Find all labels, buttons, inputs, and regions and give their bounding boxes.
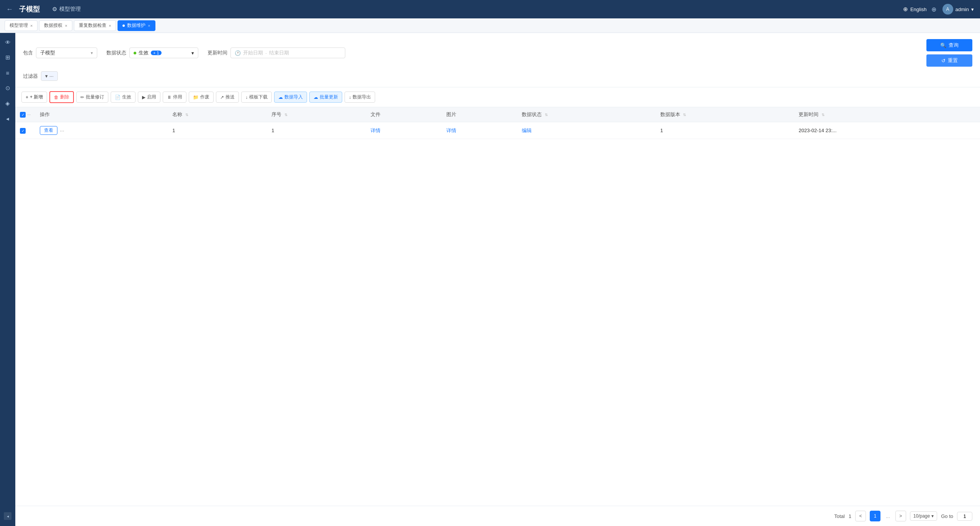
page-size-value: 10/page [913,513,930,519]
sidebar-icon-diamond[interactable]: ◈ [2,97,14,110]
row-file-cell[interactable]: 详情 [366,122,441,139]
language-switcher[interactable]: ⊕ English [903,6,927,13]
sidebar-collapse-btn[interactable]: ◂ [4,512,11,520]
draft-button[interactable]: 📁 作废 [189,92,214,103]
next-page-button[interactable]: > [895,511,906,521]
row-checkbox[interactable] [20,128,26,134]
sidebar: 👁 ⊞ ≡ ⊙ ◈ ◂ ◂ [0,33,15,526]
sidebar-icon-grid[interactable]: ⊞ [2,51,14,64]
data-import-label: 数据导入 [284,94,303,100]
row-update-time-cell: 2023-02-14 23:... [794,122,980,139]
total-count: 1 [849,513,851,519]
ellipsis-icon: ··· [49,73,54,79]
more-actions-button[interactable]: ··· [60,128,64,134]
effective-button[interactable]: 📄 生效 [111,92,136,103]
add-button[interactable]: + + 新增 [21,92,47,103]
row-seq-cell: 1 [267,122,366,139]
content-area: 包含 子模型 ▾ 数据状态 生效 + 1 ▾ [15,33,980,526]
status-chevron-icon: ▾ [191,50,194,56]
row-status-cell[interactable]: 编辑 [517,122,656,139]
col-header-file: 文件 [366,107,441,122]
data-import-button[interactable]: ☁ 数据导入 [274,92,307,103]
delete-button[interactable]: 🗑 删除 [49,91,74,103]
col-header-name[interactable]: 名称 ⇅ [168,107,267,122]
disable-button[interactable]: ⏸ 停用 [163,92,186,103]
row-actions: 查看 ··· [40,126,163,135]
effective-label: 生效 [122,94,131,100]
query-label: 查询 [949,42,959,49]
download-icon: ↓ [245,95,248,100]
end-date-placeholder: 结束日期 [269,49,289,56]
view-button[interactable]: 查看 [40,126,57,135]
language-label: English [910,7,927,12]
batch-edit-button[interactable]: ✏ 批量修订 [76,92,108,103]
settings-icon[interactable]: ⊕ [931,6,936,13]
pagination-ellipsis: ... [884,513,892,519]
query-button[interactable]: 🔍 查询 [926,39,972,51]
tab-label: 重复数据检查 [79,22,106,29]
include-select[interactable]: 子模型 ▾ [36,48,97,58]
sidebar-icon-eye[interactable]: 👁 [2,36,14,48]
tab-close-icon[interactable]: × [30,23,33,28]
module-name: 模型管理 [59,6,81,13]
back-button[interactable]: ← [6,5,13,13]
tab-close-icon[interactable]: × [109,23,111,28]
update-icon: ☁ [314,95,318,100]
select-all-checkbox[interactable] [20,112,26,118]
push-button[interactable]: ↗ 推送 [216,92,239,103]
tab-duplicate-check[interactable]: 重复数据检查 × [74,20,116,31]
total-label: Total [834,513,844,519]
status-edit-link[interactable]: 编辑 [522,128,532,133]
tab-data-auth[interactable]: 数据授权 × [39,20,72,31]
prev-page-button[interactable]: < [855,511,866,521]
username-label: admin [956,7,969,12]
chevron-down-icon: ▾ [45,73,48,79]
tab-close-icon[interactable]: × [65,23,67,28]
col-header-update-time[interactable]: 更新时间 ⇅ [794,107,980,122]
col-header-data-status[interactable]: 数据状态 ⇅ [517,107,656,122]
enable-button[interactable]: ▶ 启用 [138,92,160,103]
effective-icon: 📄 [115,95,121,100]
sidebar-icon-bookmark[interactable]: ◂ [2,113,14,125]
batch-update-button[interactable]: ☁ 批量更新 [309,92,342,103]
reset-button[interactable]: ↺ 重置 [926,54,972,67]
filter-row-1: 包含 子模型 ▾ 数据状态 生效 + 1 ▾ [23,39,972,67]
template-download-button[interactable]: ↓ 模板下载 [241,92,272,103]
select-all-header[interactable]: ··· [15,107,35,122]
status-select[interactable]: 生效 + 1 ▾ [129,48,198,58]
goto-input[interactable] [957,512,972,521]
filter-tag-button[interactable]: ▾ ··· [41,71,58,81]
sidebar-icon-circle[interactable]: ⊙ [2,82,14,94]
globe-icon: ⊕ [903,6,908,13]
select-more-icon[interactable]: ··· [27,112,31,117]
image-detail-link[interactable]: 详情 [446,128,456,133]
date-range-input[interactable]: 🕐 开始日期 - 结束日期 [230,48,345,58]
sort-seq-icon: ⇅ [284,113,287,117]
tab-model-management[interactable]: 模型管理 × [5,20,38,31]
status-dot-icon [134,52,136,54]
push-label: 推送 [225,94,235,100]
navbar-actions: ⊕ A admin ▾ [931,4,974,15]
col-header-image: 图片 [442,107,517,122]
col-header-data-version[interactable]: 数据版本 ⇅ [656,107,794,122]
tab-close-icon[interactable]: × [148,23,150,28]
user-menu[interactable]: A admin ▾ [942,4,974,15]
data-export-button[interactable]: ↓ 数据导出 [345,92,375,103]
sort-time-icon: ⇅ [822,113,825,117]
row-checkbox-cell[interactable] [15,122,35,139]
status-badge: + 1 [151,51,162,55]
page-size-select[interactable]: 10/page ▾ [910,511,937,521]
tab-data-maintenance[interactable]: 数据维护 × [118,20,155,31]
col-header-action: 操作 [35,107,168,122]
col-header-seq[interactable]: 序号 ⇅ [267,107,366,122]
active-dot [122,25,125,27]
delete-icon: 🗑 [54,95,59,100]
row-image-cell[interactable]: 详情 [442,122,517,139]
page-1-button[interactable]: 1 [870,511,880,521]
delete-label: 删除 [60,94,69,100]
tab-label: 数据维护 [127,22,145,29]
sidebar-icon-list[interactable]: ≡ [2,67,14,79]
add-icon: + [26,95,28,100]
clock-icon: 🕐 [235,50,241,56]
file-detail-link[interactable]: 详情 [371,128,381,133]
